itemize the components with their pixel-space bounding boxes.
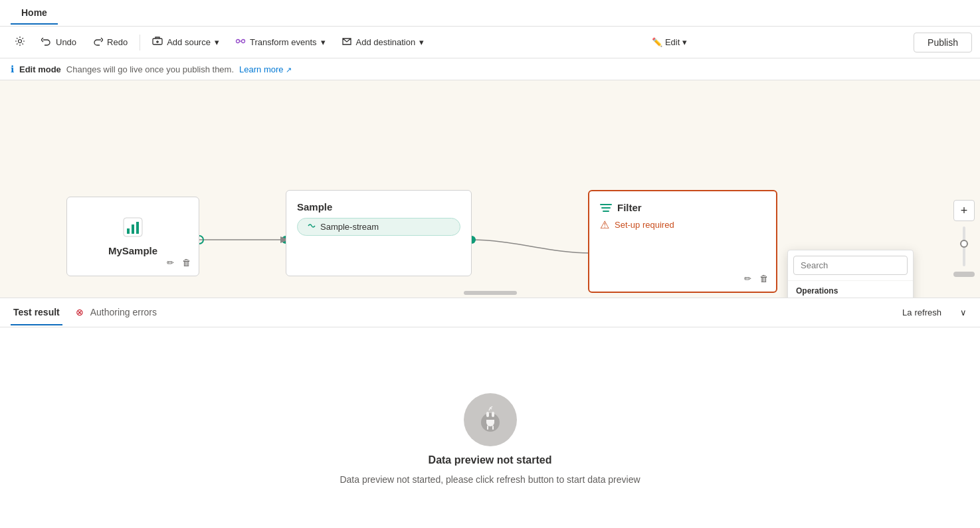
edit-button[interactable]: ✏️ Edit ▾ xyxy=(644,33,695,51)
filter-actions: ✏ 🗑 xyxy=(743,272,769,285)
sample-title: Sample xyxy=(297,201,460,213)
main-layout: MySample ✏ 🗑 Sample Sample-stream xyxy=(0,80,980,528)
plug-icon xyxy=(476,405,505,434)
refresh-chevron[interactable]: ∨ xyxy=(957,305,969,320)
mysample-title: MySample xyxy=(108,245,157,256)
empty-title: Data preview not started xyxy=(429,454,552,466)
undo-button[interactable]: Undo xyxy=(35,32,83,52)
toolbar: Undo Redo Add source ▾ xyxy=(0,27,980,58)
mode-label: Edit mode xyxy=(19,64,61,74)
svg-rect-13 xyxy=(136,222,139,234)
info-bar: ℹ Edit mode Changes will go live once yo… xyxy=(0,58,980,80)
node-filter[interactable]: Filter ⚠ Set-up required ✏ 🗑 xyxy=(588,190,777,293)
error-circle-icon: ⊗ xyxy=(76,307,84,317)
add-destination-chevron: ▾ xyxy=(419,37,424,47)
bottom-tabs: Test result ⊗ Authoring errors La refres… xyxy=(0,298,980,327)
mysample-actions: ✏ 🗑 xyxy=(165,256,192,269)
filter-header: Filter xyxy=(600,202,765,213)
edit-chevron: ▾ xyxy=(682,37,687,47)
setup-required: ⚠ Set-up required xyxy=(600,219,765,231)
empty-icon-container xyxy=(464,393,517,446)
svg-point-2 xyxy=(236,40,239,43)
dropdown-search-input[interactable] xyxy=(793,256,908,275)
empty-subtitle: Data preview not started, please click r… xyxy=(340,474,640,485)
svg-point-3 xyxy=(241,40,245,43)
operations-section-label: Operations xyxy=(788,281,913,298)
empty-state: Data preview not started Data preview no… xyxy=(0,327,980,528)
canvas-scrollbar[interactable] xyxy=(464,291,517,295)
operations-dropdown: Operations Σ Aggregate Expand xyxy=(787,250,914,298)
filter-delete-button[interactable]: 🗑 xyxy=(758,272,769,285)
redo-button[interactable]: Redo xyxy=(86,32,134,52)
zoom-thumb xyxy=(960,240,968,248)
learn-more-link[interactable]: Learn more ↗ xyxy=(239,64,292,74)
add-destination-button[interactable]: Add destination ▾ xyxy=(335,32,431,52)
publish-button[interactable]: Publish xyxy=(914,33,972,52)
add-source-button[interactable]: Add source ▾ xyxy=(146,32,226,52)
undo-icon xyxy=(41,36,52,48)
svg-point-0 xyxy=(19,40,22,43)
tab-authoring-errors[interactable]: ⊗ Authoring errors xyxy=(73,300,159,325)
dropdown-search-container xyxy=(788,250,913,281)
add-source-chevron: ▾ xyxy=(215,37,219,47)
transform-events-button[interactable]: Transform events ▾ xyxy=(229,32,332,52)
refresh-button[interactable]: La refresh xyxy=(897,305,947,320)
mysample-edit-button[interactable]: ✏ xyxy=(165,256,175,269)
sample-stream-chip: Sample-stream xyxy=(297,218,460,236)
canvas-area[interactable]: MySample ✏ 🗑 Sample Sample-stream xyxy=(0,80,980,298)
info-icon: ℹ xyxy=(11,64,14,74)
svg-rect-12 xyxy=(132,224,134,234)
svg-rect-11 xyxy=(127,228,130,234)
node-mysample[interactable]: MySample ✏ 🗑 xyxy=(66,197,199,276)
zoom-in-button[interactable]: + xyxy=(953,200,975,221)
add-destination-icon xyxy=(342,36,352,48)
stream-icon xyxy=(307,221,316,232)
gear-icon xyxy=(15,36,25,48)
filter-lines-icon xyxy=(600,204,612,212)
filter-edit-button[interactable]: ✏ xyxy=(743,272,753,285)
node-sample[interactable]: Sample Sample-stream xyxy=(286,190,472,276)
tab-test-result[interactable]: Test result xyxy=(11,300,62,325)
mysample-delete-button[interactable]: 🗑 xyxy=(181,256,192,269)
zoom-track xyxy=(963,226,965,266)
bottom-panel: Test result ⊗ Authoring errors La refres… xyxy=(0,298,980,528)
pencil-icon: ✏️ xyxy=(652,37,662,47)
la-label: La xyxy=(902,308,912,317)
info-message: Changes will go live once you publish th… xyxy=(66,64,234,74)
divider-1 xyxy=(140,35,140,50)
mysample-icon xyxy=(122,217,144,240)
redo-icon xyxy=(92,36,103,48)
filter-title: Filter xyxy=(617,202,642,213)
transform-icon xyxy=(235,36,246,48)
tab-bar: Home xyxy=(0,0,980,27)
svg-rect-23 xyxy=(486,412,489,417)
zoom-controls: + xyxy=(953,200,975,277)
settings-button[interactable] xyxy=(8,32,32,52)
zoom-scroll xyxy=(953,272,975,277)
external-link-icon: ↗ xyxy=(286,66,292,74)
transform-chevron: ▾ xyxy=(321,37,326,47)
tab-home[interactable]: Home xyxy=(11,2,58,25)
warning-icon: ⚠ xyxy=(600,219,609,231)
svg-rect-24 xyxy=(492,412,494,417)
add-source-icon xyxy=(152,36,163,48)
